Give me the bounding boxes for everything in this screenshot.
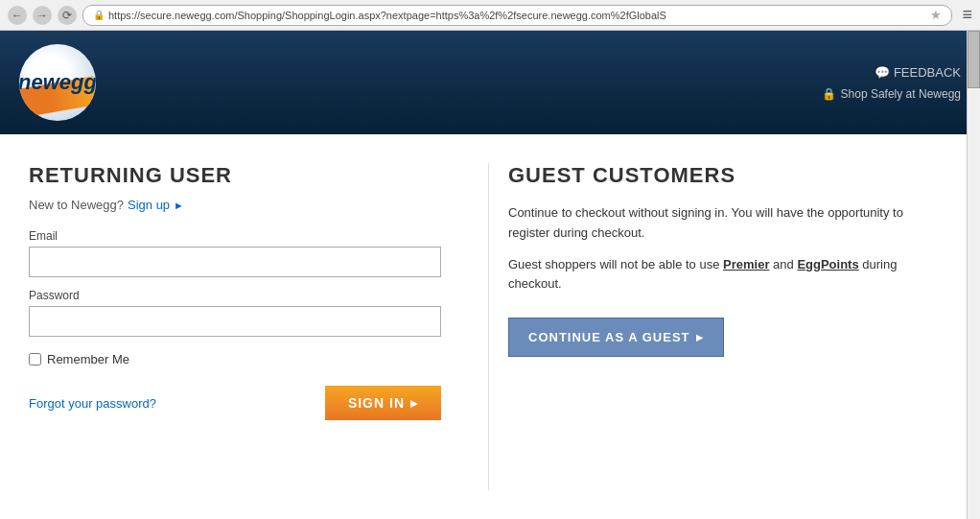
signup-arrow: ►: [174, 200, 184, 211]
shop-safely: 🔒 Shop Safely at Newegg: [822, 87, 961, 101]
remember-row: Remember Me: [29, 352, 469, 366]
guest-desc1: Continue to checkout without signing in.…: [508, 203, 942, 244]
page-content: RETURNING USER New to Newegg? Sign up ► …: [0, 134, 980, 519]
continue-as-guest-button[interactable]: CONTINUE AS A GUEST ▸: [508, 318, 724, 357]
logo-circle: newegg: [19, 44, 96, 121]
signin-label: SIGN IN: [348, 395, 405, 411]
scrollbar-thumb[interactable]: [968, 31, 980, 88]
chat-icon: 💬: [875, 65, 890, 80]
site-header: newegg 💬 FEEDBACK 🔒 Shop Safely at Neweg…: [0, 31, 980, 134]
refresh-button[interactable]: ⟳: [58, 6, 77, 25]
remember-checkbox[interactable]: [29, 353, 41, 366]
feedback-link[interactable]: 💬 FEEDBACK: [822, 65, 961, 80]
guest-section: GUEST CUSTOMERS Continue to checkout wit…: [489, 163, 961, 490]
guest-title: GUEST CUSTOMERS: [508, 163, 942, 188]
logo-area[interactable]: newegg: [19, 44, 96, 121]
signin-button[interactable]: SIGN IN ▸: [325, 386, 441, 420]
continue-label: CONTINUE AS A GUEST: [528, 330, 690, 344]
shop-safely-label: Shop Safely at Newegg: [841, 87, 961, 101]
menu-icon[interactable]: ≡: [962, 5, 972, 25]
premier-link[interactable]: Premier: [723, 257, 769, 271]
lock-icon: 🔒: [93, 10, 105, 20]
address-bar[interactable]: 🔒 https://secure.newegg.com/Shopping/Sho…: [82, 5, 952, 26]
new-user-prompt: New to Newegg?: [29, 198, 124, 212]
signup-link[interactable]: Sign up: [128, 198, 170, 212]
guest-desc2-before: Guest shoppers will not be able to use: [508, 257, 723, 271]
guest-desc2: Guest shoppers will not be able to use P…: [508, 255, 942, 295]
url-text: https://secure.newegg.com/Shopping/Shopp…: [108, 10, 926, 21]
browser-chrome: ← → ⟳ 🔒 https://secure.newegg.com/Shoppi…: [0, 0, 980, 31]
new-user-line: New to Newegg? Sign up ►: [29, 198, 469, 212]
lock-header-icon: 🔒: [822, 87, 836, 101]
email-label: Email: [29, 229, 469, 243]
forgot-password-link[interactable]: Forgot your password?: [29, 396, 156, 411]
guest-desc2-middle: and: [769, 257, 797, 271]
email-input[interactable]: [29, 247, 441, 277]
bookmark-icon: ★: [930, 8, 942, 22]
password-input[interactable]: [29, 306, 441, 337]
password-label: Password: [29, 289, 469, 302]
scrollbar[interactable]: [967, 31, 980, 519]
returning-title: RETURNING USER: [29, 163, 469, 188]
signin-arrow: ▸: [410, 395, 418, 411]
feedback-label: FEEDBACK: [894, 65, 961, 80]
continue-arrow: ▸: [696, 330, 704, 344]
header-right: 💬 FEEDBACK 🔒 Shop Safely at Newegg: [822, 65, 961, 101]
eggpoints-link[interactable]: EggPoints: [797, 257, 858, 271]
returning-section: RETURNING USER New to Newegg? Sign up ► …: [19, 163, 489, 490]
forward-button[interactable]: →: [33, 6, 52, 25]
form-actions: Forgot your password? SIGN IN ▸: [29, 386, 441, 420]
remember-label: Remember Me: [47, 352, 129, 366]
logo-text: newegg: [19, 70, 96, 95]
back-button[interactable]: ←: [8, 6, 27, 25]
